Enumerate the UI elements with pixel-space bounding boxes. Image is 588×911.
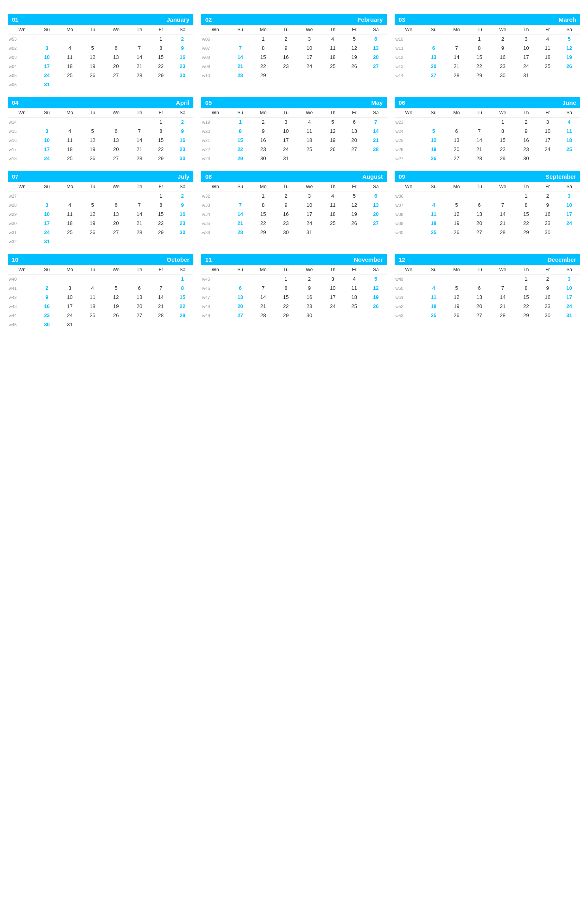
day-cell xyxy=(365,154,387,163)
day-cell: 26 xyxy=(423,154,444,163)
day-cell: 7 xyxy=(229,43,251,53)
day-cell: 8 xyxy=(515,284,537,293)
day-cell xyxy=(129,320,150,329)
col-header-tu: Tu xyxy=(275,265,297,274)
day-cell: 4 xyxy=(537,34,558,44)
day-cell: 19 xyxy=(82,62,103,71)
day-cell: 23 xyxy=(172,62,193,71)
col-header-wn: Wn xyxy=(201,265,229,274)
day-cell: 30 xyxy=(297,311,322,320)
month-header-09: 09September xyxy=(395,171,580,182)
col-header-fr: Fr xyxy=(344,25,365,34)
day-cell: 19 xyxy=(82,145,103,154)
day-cell: 29 xyxy=(490,154,515,163)
day-cell: 27 xyxy=(344,145,365,154)
day-cell xyxy=(365,311,387,320)
day-cell: 14 xyxy=(365,127,387,136)
day-cell: 26 xyxy=(103,311,129,320)
week-row: w40252627282930 xyxy=(395,228,580,237)
day-cell: 14 xyxy=(129,53,150,62)
day-cell: 21 xyxy=(229,62,251,71)
day-cell: 23 xyxy=(537,219,558,228)
month-header-02: 02February xyxy=(201,14,387,25)
day-cell xyxy=(172,320,193,329)
day-cell: 5 xyxy=(444,284,469,293)
day-cell: 6 xyxy=(129,284,150,293)
week-number: w13 xyxy=(395,62,423,71)
day-cell: 4 xyxy=(82,284,103,293)
week-number: w32 xyxy=(8,237,36,246)
day-cell: 29 xyxy=(229,154,251,163)
day-cell: 5 xyxy=(103,284,129,293)
week-row: w20891011121314 xyxy=(201,127,387,136)
day-cell: 12 xyxy=(322,127,343,136)
day-cell: 2 xyxy=(36,284,58,293)
day-cell: 6 xyxy=(229,284,251,293)
col-header-fr: Fr xyxy=(537,182,558,191)
day-cell xyxy=(150,80,172,89)
day-cell: 25 xyxy=(82,311,103,320)
day-cell: 17 xyxy=(537,136,558,145)
day-cell xyxy=(82,117,103,127)
col-header-su: Su xyxy=(423,182,444,191)
day-cell: 29 xyxy=(275,311,297,320)
day-cell: 6 xyxy=(103,43,129,53)
week-row: w429101112131415 xyxy=(8,293,193,302)
day-cell: 22 xyxy=(229,145,251,154)
col-header-fr: Fr xyxy=(537,25,558,34)
day-cell: 27 xyxy=(229,311,251,320)
week-number: w39 xyxy=(395,219,423,228)
week-row: w2712 xyxy=(8,191,193,201)
day-cell: 24 xyxy=(297,62,322,71)
day-cell: 10 xyxy=(36,53,58,62)
col-header-su: Su xyxy=(423,25,444,34)
day-cell: 12 xyxy=(82,210,103,219)
day-cell: 17 xyxy=(515,53,537,62)
day-cell: 24 xyxy=(36,228,58,237)
day-cell xyxy=(172,80,193,89)
day-cell: 31 xyxy=(515,71,537,80)
day-cell: 14 xyxy=(229,210,251,219)
col-header-wn: Wn xyxy=(8,265,36,274)
month-header-12: 12December xyxy=(395,254,580,265)
day-cell: 14 xyxy=(444,53,469,62)
month-name: May xyxy=(371,99,383,106)
day-cell xyxy=(444,34,469,44)
day-cell: 9 xyxy=(251,127,275,136)
day-cell: 26 xyxy=(322,145,343,154)
col-header-th: Th xyxy=(129,108,150,117)
day-cell: 11 xyxy=(322,43,343,53)
day-cell: 5 xyxy=(365,274,387,284)
day-cell xyxy=(103,80,129,89)
month-number: 07 xyxy=(12,173,19,180)
day-cell: 8 xyxy=(150,200,172,210)
day-cell: 18 xyxy=(58,219,82,228)
month-01: 01JanuaryWnSuMoTuWeThFrSaw5312w023456789… xyxy=(8,14,193,89)
week-row: w4316171819202122 xyxy=(8,302,193,311)
day-cell: 13 xyxy=(103,136,129,145)
month-header-11: 11November xyxy=(201,254,387,265)
day-cell: 24 xyxy=(275,145,297,154)
week-row: w231234 xyxy=(395,117,580,127)
day-cell: 6 xyxy=(469,200,490,210)
week-row: w4927282930 xyxy=(201,311,387,320)
day-cell: 27 xyxy=(469,228,490,237)
week-number: w28 xyxy=(8,200,36,210)
day-cell: 8 xyxy=(150,127,172,136)
col-header-sa: Sa xyxy=(365,182,387,191)
col-header-th: Th xyxy=(515,182,537,191)
day-cell xyxy=(82,80,103,89)
day-cell: 25 xyxy=(558,145,580,154)
month-10: 10OctoberWnSuMoTuWeThFrSaw401w412345678w… xyxy=(8,254,193,329)
day-cell: 16 xyxy=(36,302,58,311)
col-header-th: Th xyxy=(322,265,343,274)
month-header-05: 05May xyxy=(201,97,387,108)
col-header-sa: Sa xyxy=(558,25,580,34)
day-cell: 6 xyxy=(365,191,387,201)
day-cell: 11 xyxy=(297,127,322,136)
day-cell: 8 xyxy=(515,200,537,210)
day-cell: 12 xyxy=(444,210,469,219)
week-number: w36 xyxy=(201,228,229,237)
day-cell xyxy=(103,274,129,284)
day-cell: 19 xyxy=(558,53,580,62)
